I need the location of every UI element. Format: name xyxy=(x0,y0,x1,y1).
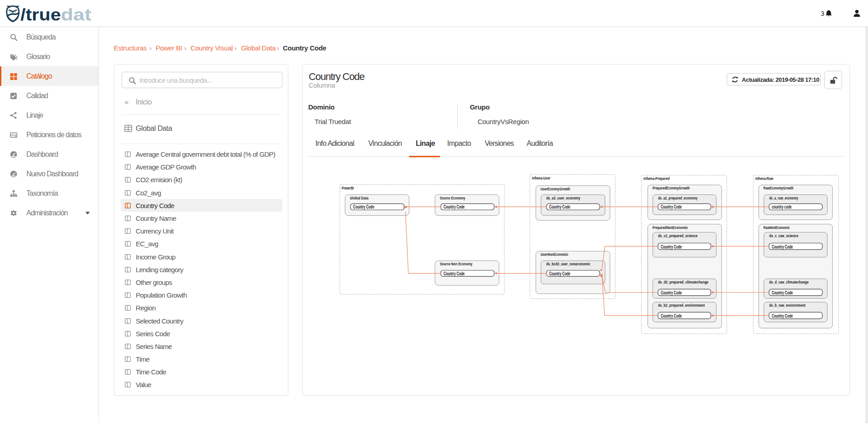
svg-text:/true: /true xyxy=(20,5,61,24)
svg-text:dat: dat xyxy=(61,5,91,24)
